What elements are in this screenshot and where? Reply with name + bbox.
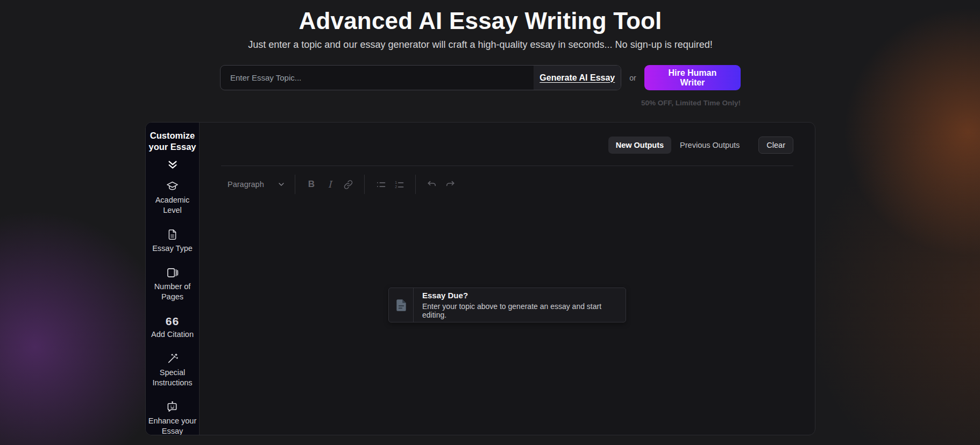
outputs-header: New Outputs Previous Outputs Clear: [221, 137, 793, 154]
clear-button[interactable]: Clear: [758, 137, 793, 154]
or-label: or: [629, 74, 636, 82]
hero-section: Advanced AI Essay Writing Tool Just ente…: [145, 0, 815, 107]
italic-button[interactable]: I: [322, 176, 338, 192]
promo-text: 50% OFF, Limited Time Only!: [220, 99, 741, 107]
new-outputs-button[interactable]: New Outputs: [608, 137, 671, 154]
hire-human-writer-button[interactable]: Hire Human Writer: [644, 65, 741, 90]
file-text-icon: [167, 228, 178, 241]
empty-state-description: Enter your topic above to generate an es…: [422, 302, 617, 319]
undo-icon: [427, 179, 437, 190]
sidebar-item-enhance-your-essay[interactable]: Enhance your Essay: [147, 401, 198, 435]
essay-topic-input[interactable]: [221, 66, 534, 90]
robot-icon: [166, 401, 179, 413]
svg-text:1: 1: [395, 181, 397, 184]
toolbar-divider: [415, 175, 416, 194]
document-icon: [394, 298, 408, 312]
sidebar-item-label: Enhance your Essay: [147, 416, 198, 435]
graduation-cap-icon: [166, 180, 179, 192]
bullet-list-icon: [375, 179, 387, 190]
chevron-down-icon: [277, 180, 286, 189]
bold-button[interactable]: B: [303, 176, 319, 192]
quote-icon: 66: [166, 315, 179, 327]
empty-state-card: Essay Due? Enter your topic above to gen…: [388, 288, 626, 322]
toolbar-divider: [364, 175, 365, 194]
empty-state-title: Essay Due?: [422, 291, 617, 300]
header-divider: [221, 166, 793, 166]
empty-state-text: Essay Due? Enter your topic above to gen…: [414, 288, 626, 322]
paragraph-style-select[interactable]: Paragraph: [221, 180, 288, 189]
editor-main-area: New Outputs Previous Outputs Clear Parag…: [200, 123, 815, 435]
link-icon: [343, 180, 353, 190]
undo-button[interactable]: [424, 176, 440, 192]
collapse-chevrons-icon[interactable]: [167, 159, 179, 171]
sidebar-item-essay-type[interactable]: Essay Type: [147, 228, 198, 254]
page-subtitle: Just enter a topic and our essay generat…: [145, 39, 815, 51]
paragraph-style-label: Paragraph: [228, 180, 264, 189]
wand-icon: [167, 353, 179, 365]
numbered-list-button[interactable]: 1 2: [391, 176, 407, 192]
editor-toolbar: Paragraph B I: [221, 174, 793, 195]
essay-topic-group: Generate AI Essay: [220, 65, 621, 90]
sidebar-item-academic-level[interactable]: Academic Level: [147, 180, 198, 216]
link-button[interactable]: [340, 176, 356, 192]
sidebar-item-label: Essay Type: [152, 243, 193, 254]
sidebar-item-label: Special Instructions: [147, 368, 198, 388]
customize-sidebar: Customize your Essay Academic Level: [146, 123, 200, 435]
generate-ai-essay-button[interactable]: Generate AI Essay: [534, 66, 621, 90]
empty-state-icon-cell: [389, 288, 414, 322]
sidebar-item-number-of-pages[interactable]: Number of Pages: [147, 267, 198, 302]
sidebar-item-label: Academic Level: [147, 195, 198, 216]
svg-text:2: 2: [395, 185, 397, 189]
bullet-list-button[interactable]: [373, 176, 389, 192]
page-title: Advanced AI Essay Writing Tool: [145, 8, 815, 34]
toolbar-divider: [295, 175, 295, 194]
previous-outputs-button[interactable]: Previous Outputs: [680, 141, 740, 149]
sidebar-item-label: Add Citation: [151, 329, 194, 340]
pages-icon: [166, 267, 179, 279]
redo-button[interactable]: [442, 176, 458, 192]
sidebar-heading: Customize your Essay: [148, 130, 197, 153]
sidebar-item-label: Number of Pages: [147, 282, 198, 302]
editor-canvas[interactable]: Essay Due? Enter your topic above to gen…: [221, 288, 793, 322]
sidebar-item-add-citation[interactable]: 66 Add Citation: [147, 315, 198, 340]
redo-icon: [445, 179, 456, 190]
numbered-list-icon: 1 2: [394, 179, 405, 190]
essay-workspace-panel: Customize your Essay Academic Level: [145, 122, 815, 435]
topic-row: Generate AI Essay or Hire Human Writer: [220, 65, 741, 90]
topic-area: Generate AI Essay or Hire Human Writer 5…: [220, 65, 741, 107]
sidebar-items: Academic Level Essay Type: [147, 180, 198, 435]
sidebar-item-special-instructions[interactable]: Special Instructions: [147, 353, 198, 388]
